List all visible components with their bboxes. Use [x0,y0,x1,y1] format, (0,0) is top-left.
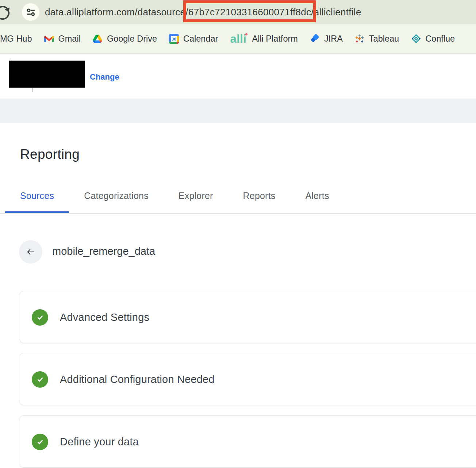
bookmark-calendar[interactable]: 30 Calendar [169,34,218,44]
bookmark-label: Alli Platform [252,34,298,44]
step-card-label: Additional Configuration Needed [60,353,215,406]
alli-logo-dot [245,33,247,35]
bookmark-label: Conflue [425,34,455,44]
browser-address-bar: data.alliplatform.com/datasource/67b7c72… [0,0,476,24]
confluence-icon [411,34,421,44]
tab-alerts[interactable]: Alerts [290,187,344,213]
reload-icon[interactable] [0,4,11,20]
url-suffix: alliclientfile [314,7,361,18]
bookmark-google-drive[interactable]: Google Drive [93,34,157,44]
tabs-divider [0,213,476,214]
bookmark-alli-platform[interactable]: alli Alli Platform [230,33,298,45]
bookmark-jira[interactable]: JIRA [310,34,343,44]
step-card-label: Advanced Settings [60,291,149,344]
step-card-advanced-settings[interactable]: Advanced Settings [20,291,476,343]
bookmark-label: Google Drive [107,34,157,44]
calendar-day-number: 30 [172,37,176,41]
tab-categorizations[interactable]: Categorizations [69,187,164,213]
redaction-artifact [32,88,33,92]
check-circle-icon [32,434,48,450]
google-calendar-icon: 30 [169,34,179,44]
bookmark-label: Tableau [369,34,399,44]
bookmark-mg-hub[interactable]: MG Hub [0,34,32,44]
tableau-icon [355,34,365,44]
gmail-icon [44,34,54,44]
step-card-label: Define your data [60,416,139,468]
bookmark-label: JIRA [324,34,343,44]
tab-explorer[interactable]: Explorer [164,187,228,213]
page-title: Reporting [20,147,80,162]
tab-bar: Sources Categorizations Explorer Reports… [5,187,344,213]
step-card-define-your-data[interactable]: Define your data [20,415,476,468]
url-highlighted-id: /67b7c72103316600071ff8dc/ [185,7,314,18]
change-link[interactable]: Change [90,72,119,82]
tab-reports[interactable]: Reports [228,187,291,213]
tab-sources[interactable]: Sources [5,187,69,213]
site-settings-button[interactable] [22,3,39,21]
screen: data.alliplatform.com/datasource/67b7c72… [0,0,476,468]
back-arrow-icon [26,247,36,257]
check-circle-icon [32,371,48,388]
bookmark-label: MG Hub [0,34,32,44]
google-drive-icon [93,34,103,44]
url-text[interactable]: data.alliplatform.com/datasource/67b7c72… [45,0,361,24]
redacted-client-logo [9,61,85,88]
jira-icon [310,34,320,44]
check-circle-icon [32,309,48,326]
url-prefix: data.alliplatform.com/datasource [45,7,185,18]
bookmark-confluence[interactable]: Conflue [411,34,455,44]
bookmark-tableau[interactable]: Tableau [355,34,399,44]
datasource-name: mobile_remerge_data [52,245,155,257]
bookmark-label: Gmail [58,34,81,44]
header-divider-band [0,99,476,123]
bookmark-gmail[interactable]: Gmail [44,34,81,44]
bookmark-label: Calendar [183,34,218,44]
alli-logo-icon: alli [230,33,247,45]
bookmarks-bar: MG Hub Gmail [0,24,476,54]
back-button[interactable] [19,240,42,264]
tune-icon [26,7,36,17]
step-card-additional-configuration[interactable]: Additional Configuration Needed [20,353,476,405]
